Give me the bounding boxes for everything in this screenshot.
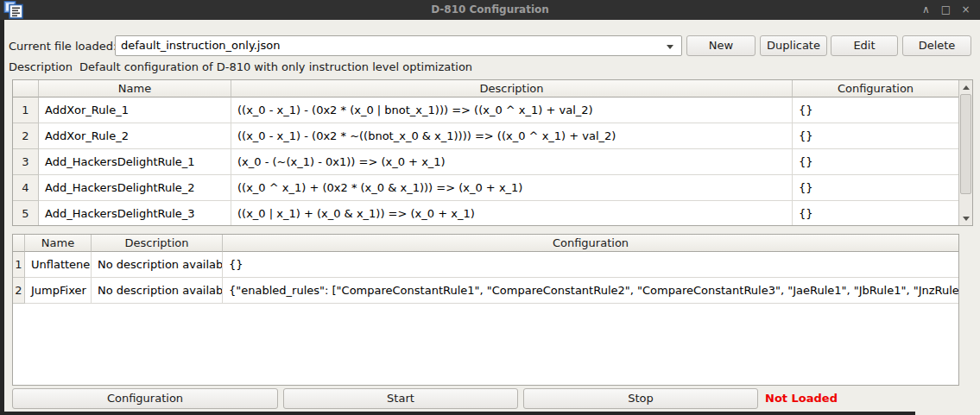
- corner-header: [13, 80, 39, 97]
- table-row[interactable]: 3 Add_HackersDelightRule_1 (x_0 - (~(x_1…: [13, 149, 972, 175]
- rule-configuration-cell[interactable]: {}: [793, 123, 958, 149]
- blocks-table: Name Description Configuration 1 Unflatt…: [12, 234, 959, 386]
- shade-icon[interactable]: ∧: [916, 0, 936, 20]
- rule-name-cell[interactable]: AddXor_Rule_1: [39, 97, 231, 123]
- block-configuration-cell[interactable]: {"enabled_rules": ["CompareConstantRule1…: [223, 278, 958, 304]
- block-description-cell[interactable]: No description available: [92, 278, 223, 304]
- start-button[interactable]: Start: [283, 388, 518, 409]
- rule-description-cell[interactable]: ((x_0 ^ x_1) + (0x2 * (x_0 & x_1))) => (…: [231, 175, 793, 201]
- row-number: 1: [13, 252, 25, 278]
- block-name-cell[interactable]: JumpFixer: [25, 278, 92, 304]
- rules-header-description[interactable]: Description: [231, 80, 793, 97]
- window-controls: ∧ □ ×: [916, 0, 976, 20]
- rules-table: Name Description Configuration 1 AddXor_…: [12, 79, 973, 226]
- configuration-button[interactable]: Configuration: [12, 388, 278, 409]
- corner-header: [13, 235, 25, 252]
- maximize-icon[interactable]: □: [936, 0, 956, 20]
- rule-configuration-cell[interactable]: {}: [793, 149, 958, 175]
- row-number: 2: [13, 123, 39, 149]
- new-button[interactable]: New: [686, 35, 756, 56]
- window-content: Current file loaded: default_instruction…: [4, 20, 980, 415]
- block-name-cell[interactable]: Unflattener: [25, 252, 92, 278]
- blocks-header-description[interactable]: Description: [92, 235, 223, 252]
- rule-configuration-cell[interactable]: {}: [793, 175, 958, 201]
- block-description-cell[interactable]: No description available: [92, 252, 223, 278]
- table-row[interactable]: 1 Unflattener No description available {…: [13, 252, 958, 278]
- current-file-label: Current file loaded:: [9, 40, 117, 53]
- block-configuration-cell[interactable]: {}: [223, 252, 958, 278]
- rule-name-cell[interactable]: Add_HackersDelightRule_3: [39, 201, 231, 226]
- scroll-up-icon[interactable]: [959, 80, 972, 94]
- config-file-select[interactable]: default_instruction_only.json: [115, 35, 682, 56]
- table-row[interactable]: 5 Add_HackersDelightRule_3 ((x_0 | x_1) …: [13, 201, 972, 226]
- rule-description-cell[interactable]: ((x_0 - x_1) - (0x2 * (x_0 | bnot_x_1)))…: [231, 97, 793, 123]
- status-badge: Not Loaded: [765, 388, 838, 409]
- rules-table-header: Name Description Configuration: [13, 80, 972, 97]
- blocks-header-name[interactable]: Name: [25, 235, 92, 252]
- rules-header-name[interactable]: Name: [39, 80, 231, 97]
- vertical-scrollbar[interactable]: [958, 80, 972, 225]
- title-bar[interactable]: D-810 Configuration ∧ □ ×: [0, 0, 980, 20]
- blocks-table-header: Name Description Configuration: [13, 235, 958, 252]
- window-title: D-810 Configuration: [0, 0, 980, 20]
- rule-description-cell[interactable]: ((x_0 - x_1) - (0x2 * ~((bnot_x_0 & x_1)…: [231, 123, 793, 149]
- description-row: Description Default configuration of D-8…: [9, 60, 472, 73]
- scroll-down-icon[interactable]: [959, 211, 972, 225]
- duplicate-button[interactable]: Duplicate: [760, 35, 827, 56]
- close-icon[interactable]: ×: [956, 0, 976, 20]
- table-row[interactable]: 2 AddXor_Rule_2 ((x_0 - x_1) - (0x2 * ~(…: [13, 123, 972, 149]
- rules-header-configuration[interactable]: Configuration: [793, 80, 958, 97]
- d810-configuration-window: D-810 Configuration ∧ □ × Current file l…: [0, 0, 980, 415]
- rule-name-cell[interactable]: AddXor_Rule_2: [39, 123, 231, 149]
- edit-button[interactable]: Edit: [831, 35, 898, 56]
- scrollbar-thumb[interactable]: [960, 94, 971, 194]
- rule-description-cell[interactable]: ((x_0 | x_1) + (x_0 & x_1)) => (x_0 + x_…: [231, 201, 793, 226]
- rule-name-cell[interactable]: Add_HackersDelightRule_2: [39, 175, 231, 201]
- rule-description-cell[interactable]: (x_0 - (~(x_1) - 0x1)) => (x_0 + x_1): [231, 149, 793, 175]
- description-label: Description: [9, 60, 73, 73]
- row-number: 5: [13, 201, 39, 226]
- delete-button[interactable]: Delete: [902, 35, 971, 56]
- blocks-header-configuration[interactable]: Configuration: [223, 235, 958, 252]
- window-shadow: [0, 412, 915, 415]
- stop-button[interactable]: Stop: [523, 388, 758, 409]
- row-number: 3: [13, 149, 39, 175]
- row-number: 2: [13, 278, 25, 304]
- table-row[interactable]: 2 JumpFixer No description available {"e…: [13, 278, 958, 304]
- description-text: Default configuration of D-810 with only…: [79, 60, 472, 73]
- table-row[interactable]: 4 Add_HackersDelightRule_2 ((x_0 ^ x_1) …: [13, 175, 972, 201]
- config-file-value: default_instruction_only.json: [121, 39, 280, 52]
- rule-configuration-cell[interactable]: {}: [793, 97, 958, 123]
- rule-name-cell[interactable]: Add_HackersDelightRule_1: [39, 149, 231, 175]
- chevron-down-icon: [667, 45, 673, 49]
- row-number: 4: [13, 175, 39, 201]
- table-row[interactable]: 1 AddXor_Rule_1 ((x_0 - x_1) - (0x2 * (x…: [13, 97, 972, 123]
- rule-configuration-cell[interactable]: {}: [793, 201, 958, 226]
- row-number: 1: [13, 97, 39, 123]
